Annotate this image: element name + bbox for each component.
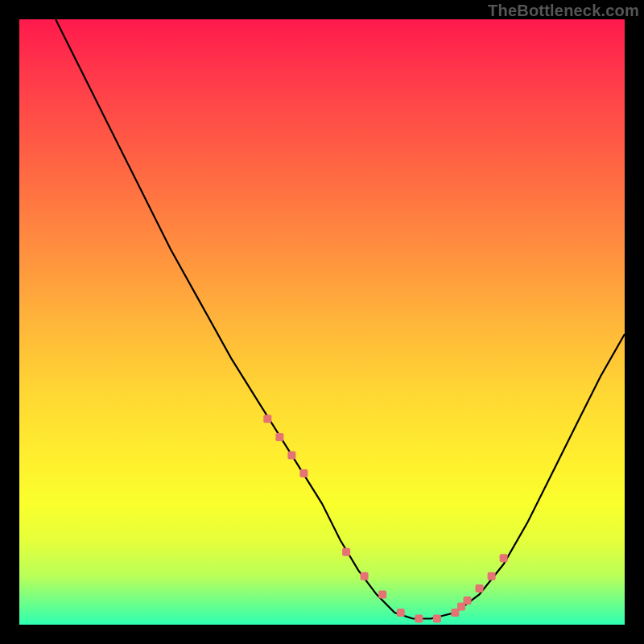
marker-dot [500,554,508,562]
marker-dot [488,572,496,580]
marker-dot [464,597,472,605]
watermark-text: TheBottleneck.com [488,2,639,20]
marker-dot [299,469,308,477]
chart-frame: TheBottleneck.com [0,0,644,644]
highlight-markers [263,415,507,622]
marker-dot [433,615,441,623]
plot-area [19,19,625,625]
marker-dot [476,584,484,592]
marker-dot [287,451,295,459]
marker-dot [275,433,283,441]
chart-svg [19,19,625,625]
marker-dot [361,572,369,580]
marker-dot [263,415,271,423]
marker-dot [397,609,405,617]
bottleneck-curve [56,19,625,619]
marker-dot [342,548,350,556]
marker-dot [378,590,386,598]
marker-dot [415,615,423,623]
